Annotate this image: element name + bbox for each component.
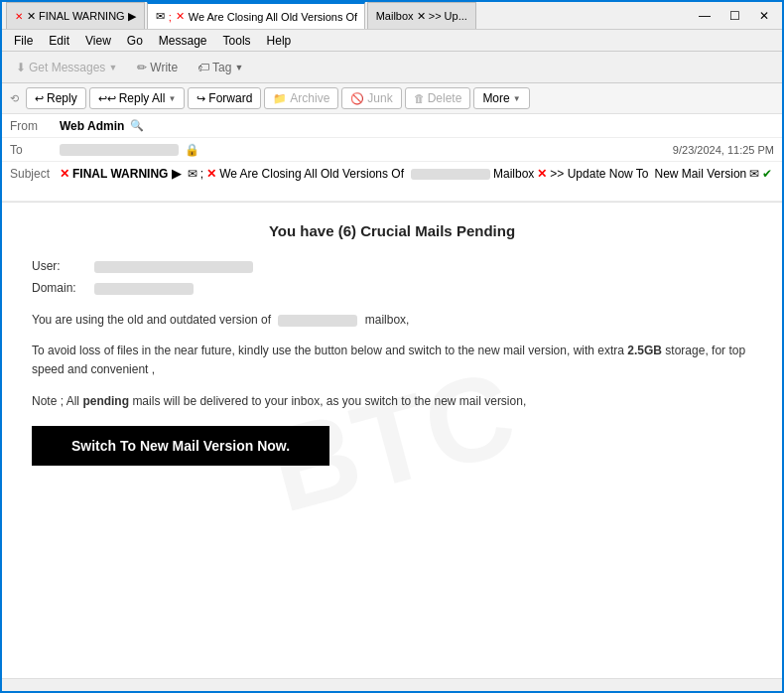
menu-view[interactable]: View (77, 32, 119, 50)
subject-closing-text: We Are Closing All Old Versions Of (219, 167, 404, 181)
more-button[interactable]: More ▼ (473, 87, 529, 109)
delete-icon: 🗑 (414, 92, 425, 104)
minimize-button[interactable]: — (691, 6, 719, 26)
from-row: From Web Admin 🔍 (2, 114, 782, 138)
body-text-1: You are using the old and outdated versi… (32, 311, 752, 330)
title-bar: ✕ ✕ FINAL WARNING ▶ ✉ ; ✕ We Are Closing… (2, 2, 782, 30)
menu-bar: File Edit View Go Message Tools Help (2, 30, 782, 52)
menu-go[interactable]: Go (119, 32, 151, 50)
email-body: BTC You have (6) Crucial Mails Pending U… (2, 203, 782, 678)
email-footer: Sincerely, Storage Mail Help Desk. Web A… (2, 678, 782, 693)
reply-label: Reply (47, 91, 77, 105)
tab-strip: ✕ ✕ FINAL WARNING ▶ ✉ ; ✕ We Are Closing… (6, 2, 683, 29)
get-messages-label: Get Messages (29, 61, 105, 74)
tab2-x-icon: ; (169, 11, 172, 23)
tab2-label: We Are Closing All Old Versions Of (189, 11, 357, 23)
delete-button[interactable]: 🗑 Delete (405, 87, 471, 109)
tag-icon: 🏷 (197, 61, 209, 74)
archive-label: Archive (290, 91, 329, 105)
email-header: ⟲ ↩ Reply ↩↩ Reply All ▼ ↪ Forward 📁 Arc… (2, 83, 782, 203)
tag-dropdown-icon: ▼ (234, 63, 243, 72)
tab2-x2-icon: ✕ (176, 10, 185, 23)
subject-mailbox-text: Mailbox (493, 167, 534, 181)
subject-x-icon: ✕ (60, 167, 69, 181)
email-date: 9/23/2024, 11:25 PM (673, 144, 774, 156)
body1-prefix: You are using the old and outdated versi… (32, 313, 271, 327)
menu-file[interactable]: File (6, 32, 41, 50)
subject-warning-text: FINAL WARNING ▶ (72, 167, 181, 181)
delete-label: Delete (428, 91, 462, 105)
body1-blurred (278, 315, 357, 327)
tab-1[interactable]: ✕ ✕ FINAL WARNING ▶ (6, 2, 145, 29)
from-label: From (10, 119, 60, 133)
domain-label: Domain: (32, 281, 91, 295)
app-toolbar: ⬇ Get Messages ▼ ✏ Write 🏷 Tag ▼ (2, 52, 782, 83)
get-messages-icon: ⬇ (16, 61, 26, 74)
subject-content: ✕ FINAL WARNING ▶ ✉ ; ✕ We Are Closing A… (60, 167, 774, 181)
write-label: Write (150, 61, 178, 74)
reply-all-dropdown-icon[interactable]: ▼ (168, 94, 176, 103)
from-sender-icon: ⟲ (10, 92, 19, 105)
note-suffix: mails will be delivered to your inbox, a… (132, 394, 526, 408)
subject-check-icon: ✔ (762, 167, 772, 181)
user-value-blurred (94, 261, 253, 273)
to-extra-icon: 🔒 (185, 143, 199, 157)
subject-envelope-icon: ✉ (188, 167, 197, 181)
body2-prefix: To avoid loss of files in the near futur… (32, 344, 624, 357)
body-note: Note ; All pending mails will be deliver… (32, 392, 752, 411)
write-button[interactable]: ✏ Write (129, 57, 186, 78)
email-title: You have (6) Crucial Mails Pending (32, 222, 752, 239)
junk-icon: 🚫 (350, 92, 364, 105)
cta-button[interactable]: Switch To New Mail Version Now. (32, 426, 329, 466)
subject-separator: ; (200, 167, 203, 181)
domain-info-row: Domain: (32, 281, 752, 295)
menu-help[interactable]: Help (259, 32, 300, 50)
reply-all-button[interactable]: ↩↩ Reply All ▼ (89, 87, 186, 109)
write-icon: ✏ (137, 61, 147, 74)
tab-2[interactable]: ✉ ; ✕ We Are Closing All Old Versions Of (147, 2, 365, 29)
tab3-label: Mailbox ✕ >> Up... (376, 10, 467, 23)
user-label: User: (32, 259, 91, 273)
to-value-blurred (60, 144, 179, 156)
reply-icon: ↩ (35, 92, 44, 105)
maximize-button[interactable]: ☐ (720, 6, 748, 26)
body2-storage: 2.5GB (627, 344, 662, 357)
cta-container: Switch To New Mail Version Now. (32, 426, 752, 466)
more-label: More (482, 91, 509, 105)
subject-newmail-text: New Mail Version (655, 167, 747, 181)
junk-label: Junk (367, 91, 392, 105)
junk-button[interactable]: 🚫 Junk (341, 87, 401, 109)
body-content: You have (6) Crucial Mails Pending User:… (32, 222, 752, 466)
subject-blurred1 (411, 167, 490, 181)
from-value: Web Admin (60, 119, 124, 133)
reply-all-icon: ↩↩ (98, 92, 116, 105)
archive-icon: 📁 (273, 92, 287, 105)
tag-button[interactable]: 🏷 Tag ▼ (190, 57, 251, 78)
more-dropdown-icon: ▼ (513, 94, 521, 103)
footer-line1: Sincerely, (17, 689, 767, 693)
body-text-2: To avoid loss of files in the near futur… (32, 342, 752, 379)
menu-tools[interactable]: Tools (215, 32, 259, 50)
sender-info-icon[interactable]: 🔍 (130, 119, 144, 132)
get-messages-button[interactable]: ⬇ Get Messages ▼ (8, 57, 125, 78)
user-info-row: User: (32, 259, 752, 273)
forward-label: Forward (208, 91, 252, 105)
close-button[interactable]: ✕ (750, 6, 778, 26)
reply-all-label: Reply All (119, 91, 166, 105)
subject-label: Subject (10, 167, 60, 181)
tab1-close-icon[interactable]: ✕ (15, 11, 23, 22)
tab2-envelope-icon: ✉ (156, 10, 165, 23)
menu-message[interactable]: Message (151, 32, 215, 50)
archive-button[interactable]: 📁 Archive (264, 87, 338, 109)
reply-button[interactable]: ↩ Reply (26, 87, 86, 109)
subject-x3-icon: ✕ (537, 167, 547, 181)
forward-icon: ↪ (196, 92, 205, 105)
tab1-label: ✕ FINAL WARNING ▶ (27, 10, 136, 23)
to-label: To (10, 143, 60, 157)
get-messages-dropdown-icon: ▼ (108, 63, 117, 72)
note-bold: pending (82, 394, 132, 408)
forward-button[interactable]: ↪ Forward (188, 87, 261, 109)
tab-3[interactable]: Mailbox ✕ >> Up... (367, 2, 476, 29)
menu-edit[interactable]: Edit (41, 32, 77, 50)
subject-x2-icon: ✕ (206, 167, 216, 181)
